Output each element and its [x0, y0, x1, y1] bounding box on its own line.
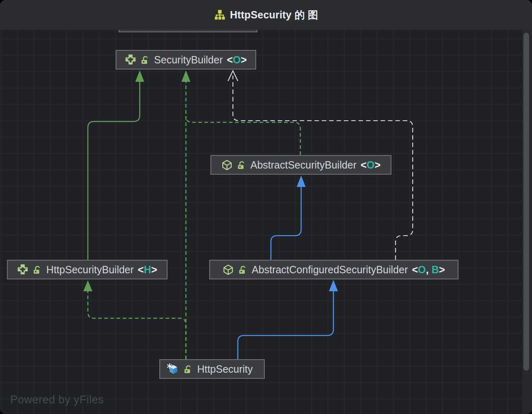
class-name: SecurityBuilder	[154, 54, 223, 66]
edge-httpsecurity-to-httpsecuritybuilder[interactable]	[83, 280, 186, 359]
class-name: AbstractSecurityBuilder	[250, 159, 357, 171]
type-parameters: <H>	[138, 264, 157, 276]
class-node-abstractsecuritybuilder[interactable]: AbstractSecurityBuilder <O>	[210, 155, 391, 175]
edge-abstractconfigured-to-abstractsecuritybuilder[interactable]	[271, 176, 306, 260]
class-node-securitybuilder[interactable]: SecurityBuilder <O>	[116, 50, 256, 70]
class-name: HttpSecurity	[197, 363, 253, 375]
class-node-abstractconfiguredsecuritybuilder[interactable]: AbstractConfiguredSecurityBuilder <O, B>	[209, 260, 458, 279]
edge-httpsecurity-to-securitybuilder[interactable]	[181, 70, 190, 359]
diagram-hierarchy-icon	[214, 9, 226, 20]
open-lock-icon	[140, 55, 150, 65]
clipped-node[interactable]	[118, 30, 257, 32]
diagram-canvas[interactable]: SecurityBuilder <O> AbstractSecurityBuil…	[0, 30, 522, 414]
open-lock-icon	[237, 160, 246, 170]
edge-httpsecurity-to-abstractconfigured[interactable]	[238, 280, 338, 359]
yfiles-watermark: Powered by yFiles	[10, 394, 104, 406]
interface-icon	[125, 54, 136, 65]
class-node-httpsecuritybuilder[interactable]: HttpSecurityBuilder <H>	[7, 260, 168, 279]
open-lock-icon	[183, 364, 193, 374]
open-lock-icon	[238, 265, 248, 274]
class-name: HttpSecurityBuilder	[46, 264, 134, 276]
edges-layer	[0, 30, 522, 414]
popup-title-bar: HttpSecurity 的 图	[0, 0, 532, 30]
edge-httpsecuritybuilder-to-securitybuilder[interactable]	[88, 70, 144, 260]
type-parameters: <O>	[361, 159, 381, 171]
scrollbar-thumb[interactable]	[523, 33, 529, 371]
scrollbar-track[interactable]	[522, 30, 532, 414]
final-class-icon	[167, 363, 179, 375]
class-node-httpsecurity[interactable]: HttpSecurity	[159, 359, 265, 379]
popup-title: HttpSecurity 的 图	[230, 8, 318, 22]
open-lock-icon	[32, 265, 42, 274]
class-icon	[221, 160, 232, 171]
edge-abstractsecuritybuilder-to-securitybuilder[interactable]	[186, 116, 300, 155]
class-name: AbstractConfiguredSecurityBuilder	[252, 264, 408, 276]
class-icon	[223, 264, 234, 275]
interface-icon	[17, 264, 28, 275]
type-parameters: <O>	[227, 54, 247, 66]
diagram-popup-window: HttpSecurity 的 图	[0, 0, 532, 414]
type-parameters: <O, B>	[412, 264, 445, 276]
